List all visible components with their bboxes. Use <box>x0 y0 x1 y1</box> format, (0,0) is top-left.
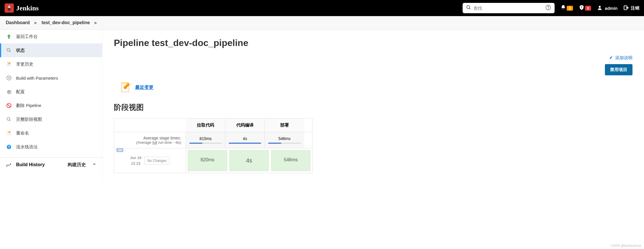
alert-badge: 3 <box>585 6 591 11</box>
svg-point-3 <box>9 6 10 7</box>
question-icon: ? <box>6 144 12 150</box>
svg-text:?: ? <box>8 145 10 149</box>
breadcrumb: Dashboard ▶ test_dev-doc_pipeline ▶ <box>0 16 644 30</box>
breadcrumb-pipeline[interactable]: test_dev-doc_pipeline <box>42 20 90 25</box>
notepad-icon <box>120 81 132 94</box>
sidebar-item-label: 删除 Pipeline <box>16 103 41 108</box>
svg-line-13 <box>9 51 11 52</box>
history-title: Build History <box>16 162 45 167</box>
stage-view-table: 拉取代码 代码编译 部署 Average stage times: (Avera… <box>114 118 313 173</box>
logout-icon <box>623 5 629 12</box>
sidebar-item-label: Build with Parameters <box>16 76 58 81</box>
sidebar-item-label: 配置 <box>16 89 25 95</box>
sidebar-item-label: 变更历史 <box>16 62 33 67</box>
sidebar-item-label: 重命名 <box>16 131 29 136</box>
svg-rect-1 <box>8 8 11 11</box>
search-input[interactable] <box>474 6 543 11</box>
chevron-right-icon: ▶ <box>95 21 97 25</box>
avg-stage-label: Average stage times: <box>143 136 181 140</box>
sidebar-item-rename[interactable]: 重命名 <box>0 126 102 140</box>
build-stage-cell[interactable]: 4s <box>229 150 269 171</box>
svg-line-20 <box>7 104 10 107</box>
help-icon[interactable] <box>545 5 551 12</box>
jenkins-butler-icon <box>5 3 14 13</box>
svg-point-9 <box>581 8 582 9</box>
notifications-button[interactable]: 3 <box>560 5 573 12</box>
notepad-icon <box>6 130 12 136</box>
sidebar-item-label: 流水线语法 <box>16 144 38 150</box>
notif-badge: 3 <box>567 6 573 11</box>
sidebar-item-delete[interactable]: 删除 Pipeline <box>0 99 102 112</box>
chevron-up-icon <box>92 162 96 167</box>
svg-point-2 <box>8 6 9 7</box>
bell-icon <box>560 5 566 12</box>
logo-text: Jenkins <box>16 4 39 12</box>
user-icon <box>597 5 603 12</box>
play-clock-icon <box>6 75 12 81</box>
sidebar-item-changes[interactable]: 变更历史 <box>0 57 102 71</box>
svg-point-26 <box>6 166 7 166</box>
search-icon <box>466 5 471 11</box>
logout-button[interactable]: 注销 <box>623 5 639 12</box>
recent-changes-link[interactable]: 最近变更 <box>135 85 154 91</box>
build-stage-cell[interactable]: 820ms <box>188 150 227 171</box>
no-changes-label: No Changes <box>144 157 170 165</box>
gear-icon <box>6 89 12 95</box>
breadcrumb-dashboard[interactable]: Dashboard <box>6 20 30 25</box>
sidebar-item-fullstage[interactable]: 完整阶段视图 <box>0 112 102 126</box>
avg-time-cell: 546ms <box>265 132 304 148</box>
main-content: Pipeline test_dev-doc_pipeline 添加说明 禁用项目… <box>102 30 644 181</box>
alerts-button[interactable]: 3 <box>579 5 591 12</box>
search-icon <box>6 47 12 53</box>
svg-point-4 <box>467 5 470 9</box>
search-icon <box>6 116 12 122</box>
svg-point-27 <box>10 164 11 164</box>
sidebar-item-label: 状态 <box>16 48 25 53</box>
stage-header: 拉取代码 <box>186 118 225 132</box>
logout-label: 注销 <box>631 5 639 11</box>
page-title: Pipeline test_dev-doc_pipeline <box>114 38 632 48</box>
history-label: 构建历史 <box>68 162 86 168</box>
trend-icon <box>6 162 12 168</box>
username-label: admin <box>605 6 618 11</box>
stage-header: 部署 <box>265 118 304 132</box>
svg-rect-8 <box>581 6 582 8</box>
sidebar-item-build[interactable]: Build with Parameters <box>0 71 102 85</box>
sidebar-item-status[interactable]: 状态 <box>0 43 102 57</box>
svg-point-10 <box>599 6 601 8</box>
stage-header: 代码编译 <box>225 118 265 132</box>
build-history-header[interactable]: Build History 构建历史 <box>0 158 102 172</box>
sidebar-item-back[interactable]: 返回工作台 <box>0 30 102 43</box>
add-description-link[interactable]: 添加说明 <box>609 55 632 61</box>
sidebar-item-configure[interactable]: 配置 <box>0 85 102 99</box>
build-num-badge[interactable]: #4 <box>116 148 123 152</box>
pencil-icon <box>609 55 614 61</box>
shield-icon <box>579 5 584 12</box>
svg-point-7 <box>548 9 549 9</box>
search-box[interactable] <box>463 3 555 13</box>
chevron-right-icon: ▶ <box>34 21 37 25</box>
avg-time-cell: 4s <box>225 132 265 148</box>
sidebar-item-syntax[interactable]: ? 流水线语法 <box>0 140 102 154</box>
user-menu[interactable]: admin <box>597 5 618 12</box>
avg-time-cell: 815ms <box>186 132 225 148</box>
sidebar: 返回工作台 状态 变更历史 Build with Parameters 配置 删… <box>0 30 102 181</box>
svg-point-18 <box>8 91 10 93</box>
full-runtime-label: (Average full run time: ~6s) <box>136 140 181 145</box>
sidebar-item-label: 完整阶段视图 <box>16 117 42 122</box>
build-stage-cell[interactable]: 546ms <box>271 150 310 171</box>
build-date: Jun 18 22:23 <box>130 155 141 166</box>
svg-line-22 <box>9 120 11 121</box>
arrow-up-icon <box>6 33 12 40</box>
add-desc-label: 添加说明 <box>615 55 632 61</box>
svg-point-0 <box>8 5 11 8</box>
notepad-icon <box>6 61 12 67</box>
stage-view-title: 阶段视图 <box>114 102 632 112</box>
svg-line-5 <box>469 8 471 9</box>
no-entry-icon <box>6 102 12 109</box>
disable-project-button[interactable]: 禁用项目 <box>605 64 632 75</box>
jenkins-logo[interactable]: Jenkins <box>5 3 39 13</box>
sidebar-item-label: 返回工作台 <box>16 34 38 39</box>
